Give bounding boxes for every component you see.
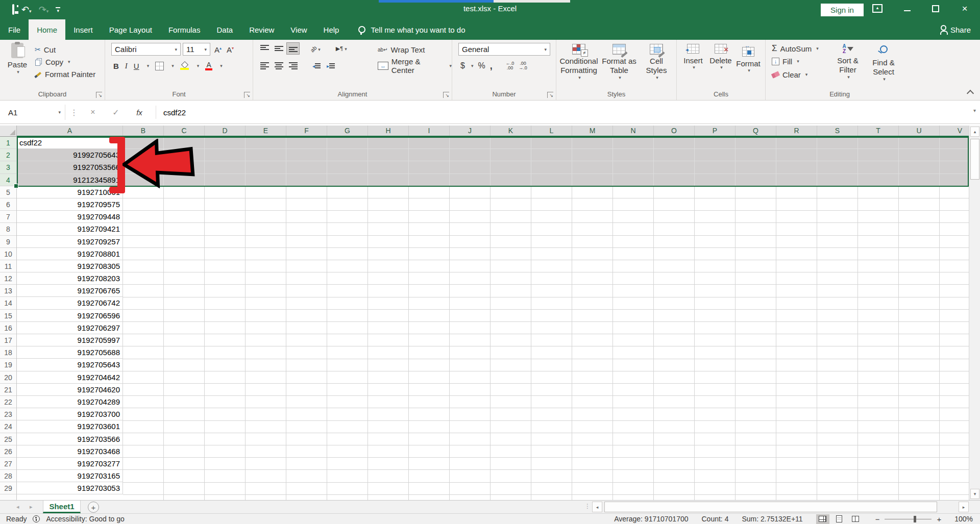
cell-A8[interactable]: 9192709421 [17, 223, 123, 235]
tab-data[interactable]: Data [208, 19, 241, 40]
cell-A3[interactable]: 91927053566 [17, 161, 123, 173]
row-header-15[interactable]: 15 [0, 310, 16, 322]
cell-styles-button[interactable]: Cell Styles ▾ [639, 44, 674, 80]
zoom-level[interactable]: 100% [954, 515, 973, 523]
restore-button[interactable] [924, 0, 947, 17]
tab-file[interactable]: File [0, 19, 29, 40]
column-header-G[interactable]: G [327, 126, 368, 136]
tab-review[interactable]: Review [241, 19, 282, 40]
name-box[interactable]: A1 ▾ [4, 105, 65, 120]
tab-insert[interactable]: Insert [65, 19, 101, 40]
font-color-dropdown-icon[interactable]: ▾ [220, 63, 223, 68]
text-direction-button[interactable]: ▶¶▾ [336, 45, 347, 52]
row-header-17[interactable]: 17 [0, 334, 16, 346]
row-header-26[interactable]: 26 [0, 445, 16, 458]
select-all-corner[interactable] [0, 126, 17, 137]
middle-align-button[interactable] [273, 43, 285, 54]
cell-A10[interactable]: 9192708801 [17, 248, 123, 260]
sheet-tab-sheet1[interactable]: Sheet1 [43, 501, 81, 513]
align-right-button[interactable] [287, 60, 299, 71]
accessibility-status[interactable]: Accessibility: Good to go [46, 515, 124, 523]
merge-center-button[interactable]: ↔ Merge & Center ▾ [378, 60, 452, 71]
name-box-splitter[interactable]: ⋮ [70, 105, 78, 120]
tab-formulas[interactable]: Formulas [160, 19, 209, 40]
row-header-10[interactable]: 10 [0, 248, 16, 260]
underline-button[interactable]: U [134, 62, 139, 70]
scroll-left-icon[interactable]: ◂ [592, 502, 602, 512]
increase-decimal-button[interactable]: ←.0.00 [506, 61, 514, 70]
scroll-down-icon[interactable]: ▾ [970, 489, 979, 499]
enter-button[interactable]: ✓ [107, 105, 125, 120]
font-size-combo[interactable]: 11▾ [183, 43, 210, 56]
clipboard-dialog-launcher[interactable]: ↘ [96, 92, 102, 98]
cell-A7[interactable]: 9192709448 [17, 211, 123, 223]
cell-A15[interactable]: 9192706596 [17, 310, 123, 322]
column-header-F[interactable]: F [286, 126, 327, 136]
row-header-28[interactable]: 28 [0, 470, 16, 482]
decrease-indent-button[interactable]: ◂ [310, 60, 323, 71]
row-header-19[interactable]: 19 [0, 359, 16, 371]
cell-A29[interactable]: 9192703053 [17, 482, 123, 494]
font-name-combo[interactable]: Calibri▾ [111, 43, 181, 56]
ribbon-display-options-button[interactable]: ▴ [866, 0, 889, 17]
row-header-24[interactable]: 24 [0, 420, 16, 433]
number-format-combo[interactable]: General▾ [458, 43, 550, 56]
close-button[interactable]: × [953, 0, 976, 17]
cell-A18[interactable]: 9192705688 [17, 346, 123, 359]
column-header-S[interactable]: S [817, 126, 858, 136]
font-color-button[interactable]: A [205, 62, 212, 70]
column-header-P[interactable]: P [695, 126, 736, 136]
formula-input[interactable]: csdf22 [163, 105, 186, 120]
conditional-formatting-button[interactable]: ≠ Conditional Formatting ▾ [558, 44, 599, 80]
sheet-next-icon[interactable]: ▸ [30, 501, 33, 513]
cell-A1[interactable]: csdf22 [17, 137, 123, 149]
cell-A20[interactable]: 9192704642 [17, 371, 123, 384]
format-cells-button[interactable]: ↔ Format ▾ [735, 44, 762, 73]
column-header-K[interactable]: K [491, 126, 531, 136]
comma-style-button[interactable]: , [490, 61, 493, 71]
row-header-6[interactable]: 6 [0, 198, 16, 211]
row-header-23[interactable]: 23 [0, 408, 16, 420]
clear-button[interactable]: Clear ▾ [772, 69, 807, 80]
row-header-22[interactable]: 22 [0, 396, 16, 408]
tab-home[interactable]: Home [29, 19, 65, 40]
row-header-9[interactable]: 9 [0, 236, 16, 248]
cell-A9[interactable]: 9192709257 [17, 236, 123, 248]
paste-button[interactable]: Paste ▾ [4, 43, 31, 86]
column-header-T[interactable]: T [858, 126, 899, 136]
tab-page-layout[interactable]: Page Layout [101, 19, 160, 40]
autosum-button[interactable]: Σ AutoSum ▾ [772, 43, 819, 54]
vertical-scrollbar[interactable]: ▴ ▾ [969, 126, 980, 500]
borders-dropdown-icon[interactable]: ▾ [172, 63, 174, 68]
row-header-25[interactable]: 25 [0, 433, 16, 445]
zoom-slider-thumb[interactable] [914, 516, 916, 522]
alignment-dialog-launcher[interactable]: ↘ [443, 92, 449, 98]
fill-color-dropdown-icon[interactable]: ▾ [197, 63, 200, 68]
row-header-8[interactable]: 8 [0, 223, 16, 235]
cell-A4[interactable]: 91212345891 [17, 174, 123, 186]
row-header-14[interactable]: 14 [0, 297, 16, 309]
orientation-button[interactable]: ab▾ [310, 44, 321, 53]
column-header-U[interactable]: U [899, 126, 940, 136]
column-header-L[interactable]: L [531, 126, 572, 136]
horizontal-scrollbar-thumb[interactable] [604, 502, 937, 512]
column-header-H[interactable]: H [368, 126, 409, 136]
align-center-button[interactable] [273, 60, 285, 71]
grid-cells-area[interactable] [123, 137, 969, 500]
fill-button[interactable]: ↓ Fill ▾ [772, 56, 799, 67]
row-header-29[interactable]: 29 [0, 482, 16, 494]
cell-A24[interactable]: 9192703601 [17, 420, 123, 433]
cell-A23[interactable]: 9192703700 [17, 408, 123, 420]
cell-A22[interactable]: 9192704289 [17, 396, 123, 408]
row-header-13[interactable]: 13 [0, 285, 16, 297]
cell-A28[interactable]: 9192703165 [17, 470, 123, 482]
tab-scrollbar-splitter[interactable]: ⋮ [584, 503, 590, 510]
zoom-out-button[interactable]: − [875, 515, 880, 523]
find-select-button[interactable]: Find & Select ▾ [867, 44, 900, 82]
insert-cells-button[interactable]: ◂ Insert ▾ [680, 44, 706, 70]
decrease-decimal-button[interactable]: .00→.0 [519, 61, 527, 70]
row-header-3[interactable]: 3 [0, 161, 16, 173]
number-dialog-launcher[interactable]: ↘ [547, 92, 553, 98]
share-button[interactable]: Share [941, 19, 971, 40]
cell-A5[interactable]: 9192710061 [17, 186, 123, 198]
